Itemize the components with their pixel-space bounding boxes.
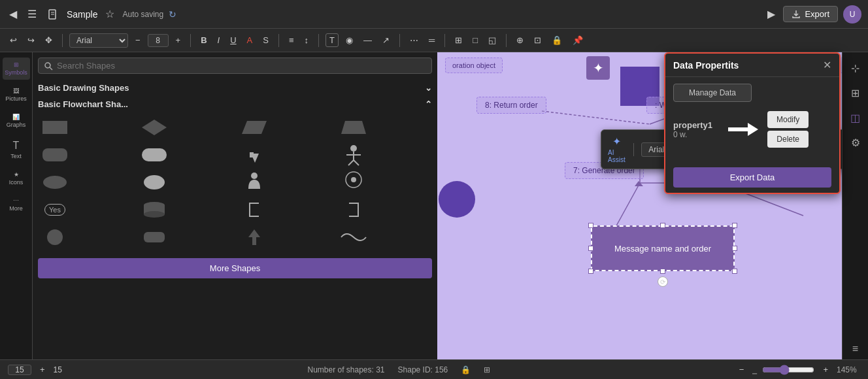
selected-shape[interactable]: Message name and order [591,225,735,271]
property-name: property1 [673,120,712,130]
sidebar-item-pictures[interactable]: 🖼 Pictures [3,84,30,106]
right-icon-layers[interactable]: ⊞ [845,82,866,103]
layers-button[interactable]: ⊞ [452,34,465,46]
shadow-button[interactable]: □ [469,34,481,46]
back-button[interactable]: ◀ [7,5,20,23]
extra2-button[interactable]: ⊡ [531,34,544,46]
shape-diamond[interactable] [137,116,171,139]
font-increase-button[interactable]: + [173,34,184,46]
resize-handle-tm[interactable] [660,223,665,228]
zoom-in-button[interactable]: + [820,363,831,376]
shape-yes-button[interactable]: Yes [38,198,72,222]
resize-handle-mr[interactable] [732,246,737,251]
shapes-count: Number of shapes: 31 [307,365,384,374]
shape-trapezoid[interactable] [337,116,371,139]
redo-button[interactable]: ↪ [24,34,38,46]
manage-data-button[interactable]: Manage Data [673,84,752,102]
zoom-out-button[interactable]: − [736,363,748,376]
ft-sep1 [633,143,634,156]
right-icon-settings[interactable]: ⚙ [845,132,866,153]
export-data-button[interactable]: Export Data [673,167,831,188]
pin-button[interactable]: 📌 [569,34,586,46]
shape-bracket-right[interactable] [337,198,371,222]
modify-button[interactable]: Modify [767,111,809,128]
shape-arrow-up[interactable] [237,225,271,249]
right-icon-data[interactable]: ◫ [845,107,866,128]
add-page-button[interactable]: + [37,363,48,376]
italic-button[interactable]: I [214,34,224,46]
file-button[interactable] [44,6,61,23]
shape-person2[interactable] [237,171,271,194]
icons-label: Icons [9,179,24,186]
right-icon-cursor[interactable]: ⊹ [845,58,866,78]
sidebar-item-text[interactable]: T Text [3,136,30,163]
connector-button[interactable]: ↗ [379,34,393,46]
fill-button[interactable]: ◉ [342,34,356,46]
strikethrough-button[interactable]: S [259,34,272,46]
sidebar-item-graphs[interactable]: 📊 Graphs [3,110,30,132]
align-button[interactable]: ≡ [286,34,297,46]
border-width-button[interactable]: ═ [426,34,438,46]
shape-parallelogram[interactable] [237,116,271,139]
font-decrease-button[interactable]: − [132,34,144,46]
main-area: ⊞ Symbols 🖼 Pictures 📊 Graphs T Text ★ I… [0,52,868,359]
shape-star[interactable] [337,171,371,194]
export-button[interactable]: Export [783,6,838,22]
shape-wave[interactable] [337,225,371,249]
line-spacing-button[interactable]: ↕ [301,34,312,46]
font-color-button[interactable]: A [244,34,256,46]
basic-drawing-toggle[interactable]: ⌄ [425,83,432,93]
play-button[interactable]: ▶ [765,5,778,23]
right-icon-help[interactable]: ≡ [845,338,866,359]
undo-button[interactable]: ↩ [7,34,20,46]
data-panel-close-button[interactable]: ✕ [823,59,831,71]
resize-handle-tr[interactable] [732,223,737,228]
underline-button[interactable]: U [227,34,239,46]
ai-assist-btn[interactable]: ✦ AI Assist [608,135,626,163]
shape-stadium[interactable] [137,143,171,167]
resize-handle-tl[interactable] [588,223,593,228]
bold-button[interactable]: B [197,34,210,46]
shape-circle2[interactable] [38,225,72,249]
zoom-slider[interactable] [762,365,814,375]
shape-cylinder[interactable] [137,198,171,222]
shape-bracket-left[interactable] [237,198,271,222]
cursor-button[interactable]: ✥ [42,34,56,46]
sidebar-item-more[interactable]: ⋯ More [3,193,30,216]
shape-rounded-rect[interactable] [38,143,72,167]
shape-rectangle[interactable] [38,116,72,139]
border-style-button[interactable]: ⋯ [407,34,422,46]
svg-point-26 [47,229,63,245]
resize-handle-br[interactable] [732,269,737,274]
sidebar-item-symbols[interactable]: ⊞ Symbols [3,58,30,80]
shape-arrow-right[interactable] [237,143,271,167]
page-number-input[interactable] [8,365,31,375]
menu-button[interactable]: ☰ [25,5,39,23]
lock-button[interactable]: 🔒 [548,34,565,46]
search-input[interactable] [57,61,426,71]
font-size-input[interactable] [148,34,169,47]
user-avatar[interactable]: U [843,5,861,24]
extra1-button[interactable]: ⊕ [513,34,527,46]
star-button[interactable]: ☆ [103,5,117,23]
svg-marker-6 [142,120,167,135]
basic-flowchart-toggle[interactable]: ⌃ [425,99,432,109]
resize-handle-bm[interactable] [660,269,665,274]
sidebar-item-icons[interactable]: ★ Icons [3,167,30,190]
shadow2-button[interactable]: ◱ [485,34,499,46]
shape-circle[interactable] [137,171,171,194]
delete-button[interactable]: Delete [767,131,809,148]
search-box [38,58,432,74]
font-family-select[interactable]: Arial [69,33,128,48]
more-shapes-button[interactable]: More Shapes [38,258,432,278]
selected-shape-container[interactable]: ⟳ Message name and order [591,225,735,271]
add-shape-button[interactable]: ✦ [586,56,610,80]
rotation-handle[interactable]: ⟳ [658,276,668,287]
shape-rounded-rect2[interactable] [137,225,171,249]
shape-person[interactable] [337,143,371,167]
text-button[interactable]: T [326,33,339,47]
resize-handle-bl[interactable] [588,269,593,274]
line-button[interactable]: — [360,34,375,46]
resize-handle-ml[interactable] [588,246,593,251]
shape-pentagon[interactable] [38,171,72,194]
